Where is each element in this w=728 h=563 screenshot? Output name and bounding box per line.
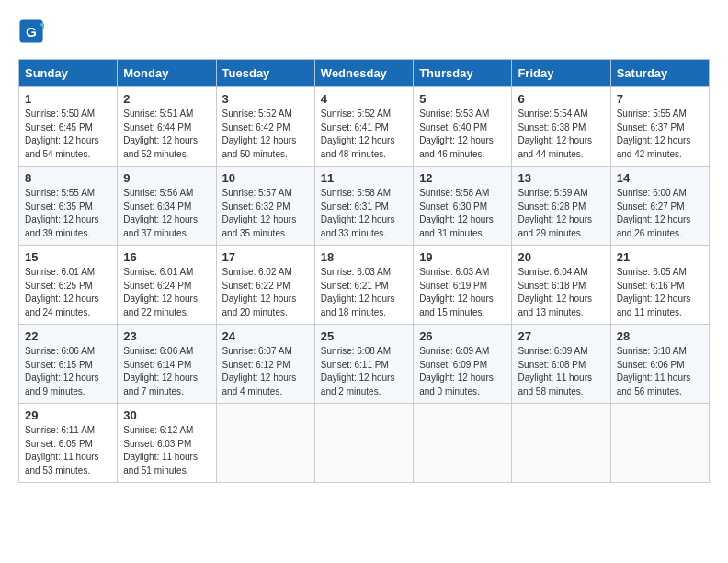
day-number: 8 [25,171,111,185]
day-cell: 9Sunrise: 5:56 AM Sunset: 6:34 PM Daylig… [118,167,216,246]
day-info: Sunrise: 5:58 AM Sunset: 6:30 PM Dayligh… [419,187,506,240]
day-cell: 13Sunrise: 5:59 AM Sunset: 6:28 PM Dayli… [512,167,610,246]
col-header-thursday: Thursday [414,60,512,87]
day-cell: 7Sunrise: 5:55 AM Sunset: 6:37 PM Daylig… [610,87,709,167]
day-cell: 28Sunrise: 6:10 AM Sunset: 6:06 PM Dayli… [610,325,709,404]
day-cell: 23Sunrise: 6:06 AM Sunset: 6:14 PM Dayli… [118,325,216,404]
day-cell: 18Sunrise: 6:03 AM Sunset: 6:21 PM Dayli… [314,246,413,325]
day-info: Sunrise: 5:52 AM Sunset: 6:42 PM Dayligh… [222,108,309,161]
page-header: G [18,18,710,44]
day-number: 6 [518,92,604,106]
header-row: SundayMondayTuesdayWednesdayThursdayFrid… [19,60,710,87]
day-info: Sunrise: 6:05 AM Sunset: 6:16 PM Dayligh… [617,266,703,319]
col-header-friday: Friday [512,60,610,87]
day-cell: 2Sunrise: 5:51 AM Sunset: 6:44 PM Daylig… [118,87,216,167]
week-row-4: 22Sunrise: 6:06 AM Sunset: 6:15 PM Dayli… [19,325,710,404]
day-cell: 17Sunrise: 6:02 AM Sunset: 6:22 PM Dayli… [216,246,314,325]
day-cell: 5Sunrise: 5:53 AM Sunset: 6:40 PM Daylig… [414,87,512,167]
calendar-table: SundayMondayTuesdayWednesdayThursdayFrid… [18,59,710,483]
day-info: Sunrise: 5:57 AM Sunset: 6:32 PM Dayligh… [222,187,309,240]
day-number: 12 [419,171,506,185]
day-info: Sunrise: 6:08 AM Sunset: 6:11 PM Dayligh… [321,345,407,398]
col-header-monday: Monday [118,60,216,87]
day-cell: 26Sunrise: 6:09 AM Sunset: 6:09 PM Dayli… [414,325,512,404]
day-number: 5 [419,92,506,106]
day-info: Sunrise: 5:58 AM Sunset: 6:31 PM Dayligh… [321,187,407,240]
day-cell: 11Sunrise: 5:58 AM Sunset: 6:31 PM Dayli… [314,167,413,246]
day-cell: 10Sunrise: 5:57 AM Sunset: 6:32 PM Dayli… [216,167,314,246]
day-info: Sunrise: 6:02 AM Sunset: 6:22 PM Dayligh… [222,266,309,319]
week-row-3: 15Sunrise: 6:01 AM Sunset: 6:25 PM Dayli… [19,246,710,325]
day-number: 7 [617,92,703,106]
day-cell: 25Sunrise: 6:08 AM Sunset: 6:11 PM Dayli… [314,325,413,404]
day-number: 13 [518,171,604,185]
col-header-saturday: Saturday [610,60,709,87]
day-number: 14 [617,171,703,185]
day-info: Sunrise: 6:12 AM Sunset: 6:03 PM Dayligh… [123,424,210,477]
day-number: 1 [25,92,111,106]
day-info: Sunrise: 5:59 AM Sunset: 6:28 PM Dayligh… [518,187,604,240]
day-cell: 15Sunrise: 6:01 AM Sunset: 6:25 PM Dayli… [19,246,118,325]
day-info: Sunrise: 5:56 AM Sunset: 6:34 PM Dayligh… [123,187,210,240]
day-number: 25 [321,329,407,343]
week-row-2: 8Sunrise: 5:55 AM Sunset: 6:35 PM Daylig… [19,167,710,246]
day-number: 2 [123,92,210,106]
day-info: Sunrise: 5:55 AM Sunset: 6:35 PM Dayligh… [25,187,111,240]
day-number: 20 [518,250,604,264]
day-cell: 27Sunrise: 6:09 AM Sunset: 6:08 PM Dayli… [512,325,610,404]
day-cell: 30Sunrise: 6:12 AM Sunset: 6:03 PM Dayli… [118,404,216,483]
day-info: Sunrise: 6:01 AM Sunset: 6:25 PM Dayligh… [25,266,111,319]
day-cell: 16Sunrise: 6:01 AM Sunset: 6:24 PM Dayli… [118,246,216,325]
day-cell: 21Sunrise: 6:05 AM Sunset: 6:16 PM Dayli… [610,246,709,325]
day-cell [512,404,610,483]
day-info: Sunrise: 6:10 AM Sunset: 6:06 PM Dayligh… [617,345,703,398]
day-number: 29 [25,408,111,422]
day-number: 27 [518,329,604,343]
day-cell: 24Sunrise: 6:07 AM Sunset: 6:12 PM Dayli… [216,325,314,404]
day-number: 22 [25,329,111,343]
day-info: Sunrise: 6:06 AM Sunset: 6:15 PM Dayligh… [25,345,111,398]
day-info: Sunrise: 6:06 AM Sunset: 6:14 PM Dayligh… [123,345,210,398]
day-number: 11 [321,171,407,185]
day-info: Sunrise: 5:50 AM Sunset: 6:45 PM Dayligh… [25,108,111,161]
day-info: Sunrise: 6:09 AM Sunset: 6:09 PM Dayligh… [419,345,506,398]
day-cell: 20Sunrise: 6:04 AM Sunset: 6:18 PM Dayli… [512,246,610,325]
logo: G [18,18,48,44]
day-info: Sunrise: 5:52 AM Sunset: 6:41 PM Dayligh… [321,108,407,161]
day-cell: 19Sunrise: 6:03 AM Sunset: 6:19 PM Dayli… [414,246,512,325]
week-row-5: 29Sunrise: 6:11 AM Sunset: 6:05 PM Dayli… [19,404,710,483]
logo-icon: G [18,18,44,44]
week-row-1: 1Sunrise: 5:50 AM Sunset: 6:45 PM Daylig… [19,87,710,167]
day-cell: 3Sunrise: 5:52 AM Sunset: 6:42 PM Daylig… [216,87,314,167]
day-cell: 6Sunrise: 5:54 AM Sunset: 6:38 PM Daylig… [512,87,610,167]
day-number: 19 [419,250,506,264]
col-header-wednesday: Wednesday [314,60,413,87]
day-cell [216,404,314,483]
day-number: 16 [123,250,210,264]
day-number: 28 [617,329,703,343]
day-info: Sunrise: 6:04 AM Sunset: 6:18 PM Dayligh… [518,266,604,319]
col-header-tuesday: Tuesday [216,60,314,87]
day-cell: 14Sunrise: 6:00 AM Sunset: 6:27 PM Dayli… [610,167,709,246]
day-info: Sunrise: 6:00 AM Sunset: 6:27 PM Dayligh… [617,187,703,240]
day-info: Sunrise: 5:55 AM Sunset: 6:37 PM Dayligh… [617,108,703,161]
day-info: Sunrise: 6:03 AM Sunset: 6:21 PM Dayligh… [321,266,407,319]
day-number: 4 [321,92,407,106]
day-info: Sunrise: 5:51 AM Sunset: 6:44 PM Dayligh… [123,108,210,161]
day-number: 17 [222,250,309,264]
day-cell [314,404,413,483]
col-header-sunday: Sunday [19,60,118,87]
day-info: Sunrise: 5:54 AM Sunset: 6:38 PM Dayligh… [518,108,604,161]
day-cell: 12Sunrise: 5:58 AM Sunset: 6:30 PM Dayli… [414,167,512,246]
day-number: 26 [419,329,506,343]
day-cell: 4Sunrise: 5:52 AM Sunset: 6:41 PM Daylig… [314,87,413,167]
day-info: Sunrise: 6:01 AM Sunset: 6:24 PM Dayligh… [123,266,210,319]
day-cell: 1Sunrise: 5:50 AM Sunset: 6:45 PM Daylig… [19,87,118,167]
day-cell: 8Sunrise: 5:55 AM Sunset: 6:35 PM Daylig… [19,167,118,246]
day-info: Sunrise: 6:11 AM Sunset: 6:05 PM Dayligh… [25,424,111,477]
day-number: 9 [123,171,210,185]
day-cell [414,404,512,483]
day-info: Sunrise: 6:03 AM Sunset: 6:19 PM Dayligh… [419,266,506,319]
day-cell: 29Sunrise: 6:11 AM Sunset: 6:05 PM Dayli… [19,404,118,483]
svg-text:G: G [26,24,37,40]
